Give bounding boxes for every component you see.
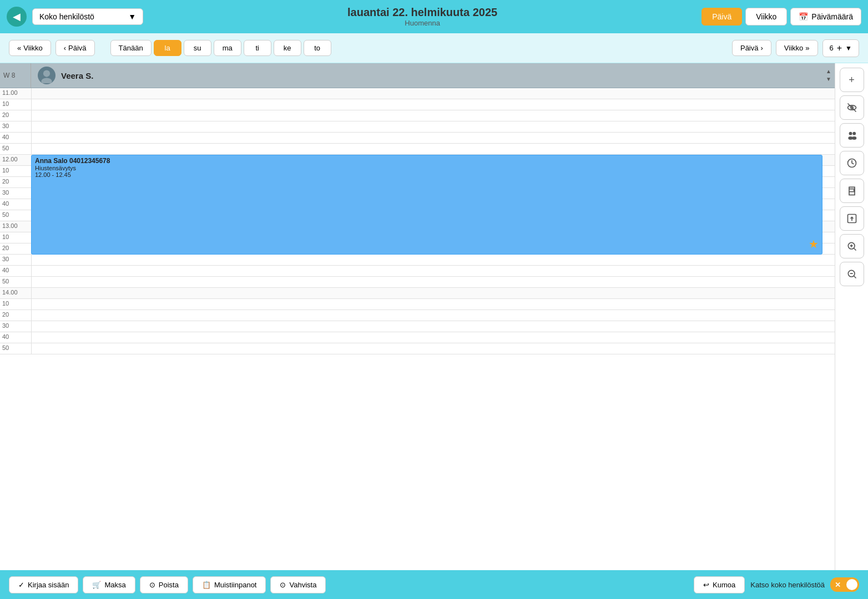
time-content-1420 [31,310,835,321]
muistiinpanot-button[interactable]: 📋 Muistiinpanot [193,576,266,593]
clock-button[interactable] [840,151,864,175]
vahvista-button[interactable]: ⊙ Vahvista [270,576,326,593]
toggle-switch[interactable]: ✕ [830,577,859,592]
viikko-view-button[interactable]: Viikko [745,8,787,26]
time-content-1340 [31,266,835,276]
time-label-1110: 10 [0,99,31,110]
time-label-1330: 30 [0,255,31,265]
title-block: lauantai 22. helmikuuta 2025 Huomenna [149,6,696,27]
appointment-time: 12.00 - 12.45 [35,171,819,178]
time-row-1350: 50 [0,277,835,288]
calendar-icon: 📅 [799,12,808,21]
undo-icon: ↩ [703,581,709,589]
time-row-1140: 40 [0,133,835,144]
time-label-1220: 20 [0,177,31,187]
zoom-plus-button[interactable]: + [837,43,842,53]
check-icon: ✓ [18,581,24,589]
right-sidebar: + [835,63,868,570]
time-content-1150 [31,144,835,154]
nav-bar: « Viikko ‹ Päivä Tänään la su ma ti ke t… [0,33,868,63]
right-viikko-button[interactable]: Viikko » [776,40,818,56]
right-viikko-arrow-icon: » [805,44,809,52]
hide-button[interactable] [840,95,864,120]
kirjaa-button[interactable]: ✓ Kirjaa sisään [9,576,78,593]
prev-day-button[interactable]: ‹ Päivä [55,40,95,56]
time-content-1140 [31,133,835,143]
scroll-up-icon[interactable]: ▲ [826,68,831,75]
time-label-1450: 50 [0,343,31,354]
svg-point-0 [43,70,50,77]
time-content-1350 [31,277,835,287]
dropdown-arrow-icon: ▼ [128,12,136,21]
appointment-service: Hiustensävytys [35,165,819,171]
paivamaara-button[interactable]: 📅 Päivämäärä [790,8,861,26]
tab-ke[interactable]: ke [274,40,301,56]
time-row-1100: 11.00 [0,88,835,99]
tab-ma[interactable]: ma [214,40,241,56]
kumoa-button[interactable]: ↩ Kumoa [694,576,745,593]
back-button[interactable]: ◀ [7,7,27,27]
scroll-arrows: ▲ ▼ [826,63,831,88]
time-label-1340: 40 [0,266,31,276]
group-button[interactable] [840,123,864,148]
svg-rect-10 [849,192,855,195]
time-row-1450: 50 [0,343,835,354]
top-header: ◀ Koko henkilöstö ▼ lauantai 22. helmiku… [0,0,868,33]
tab-la[interactable]: la [154,40,181,56]
view-buttons: Päivä Viikko 📅 Päivämäärä [702,8,861,26]
prev-week-button[interactable]: « Viikko [9,40,51,56]
time-label-1210: 10 [0,166,31,176]
time-row-1120: 20 [0,110,835,121]
day-tabs: Tänään la su ma ti ke to [110,40,331,56]
right-paiva-label: Päivä [740,44,759,52]
zoom-in-button[interactable] [840,234,864,258]
time-label-1440: 40 [0,332,31,343]
time-row-1420: 20 [0,310,835,321]
paiva-view-button[interactable]: Päivä [702,8,742,26]
staff-dropdown[interactable]: Koko henkilöstö ▼ [32,8,143,25]
time-label-1250: 50 [0,210,31,221]
appointment-block[interactable]: Anna Salo 04012345678 Hiustensävytys 12.… [31,155,822,255]
time-content-1410 [31,299,835,309]
poista-button[interactable]: ⊙ Poista [140,576,188,593]
tab-su[interactable]: su [184,40,211,56]
zoom-dropdown-button[interactable]: ▼ [845,44,852,52]
star-badge: ★ [809,237,819,251]
time-content-1430 [31,321,835,332]
time-row-1400: 14.00 [0,288,835,299]
vahvista-label: Vahvista [289,581,316,589]
svg-point-5 [849,132,852,135]
time-label-1130: 30 [0,121,31,132]
main-content: W 8 Veera S. ▲ ▼ [0,63,868,570]
time-grid[interactable]: 11.00 10 20 30 40 50 [0,88,835,570]
tab-ti[interactable]: ti [244,40,271,56]
maksa-button[interactable]: 🛒 Maksa [83,576,135,593]
print-button[interactable] [840,179,864,203]
time-row-1330: 30 [0,255,835,266]
time-label-1240: 40 [0,199,31,210]
zoom-out-button[interactable] [840,262,864,286]
appointment-client: Anna Salo 04012345678 [35,157,819,165]
time-row-1340: 40 [0,266,835,277]
zoom-control: 6 + ▼ [822,39,859,57]
poista-label: Poista [159,581,179,589]
time-label-1320: 20 [0,243,31,254]
maksa-label: Maksa [104,581,125,589]
add-button[interactable]: + [840,68,864,92]
muistiinpanot-label: Muistiinpanot [214,581,257,589]
tab-to[interactable]: to [304,40,331,56]
export-button[interactable] [840,206,864,231]
time-label-1410: 10 [0,299,31,309]
scroll-down-icon[interactable]: ▼ [826,75,831,83]
time-content-1400 [31,288,835,298]
paiva-nav-label: Päivä [68,44,87,52]
tab-tanaan[interactable]: Tänään [110,40,152,56]
time-label-1300: 13.00 [0,221,31,232]
svg-point-6 [852,132,856,135]
page-subtitle: Huomenna [149,19,696,27]
right-paiva-button[interactable]: Päivä › [732,40,771,56]
avatar [38,67,55,84]
kumoa-label: Kumoa [713,581,735,589]
time-content-1450 [31,343,835,354]
time-label-1100: 11.00 [0,88,31,99]
